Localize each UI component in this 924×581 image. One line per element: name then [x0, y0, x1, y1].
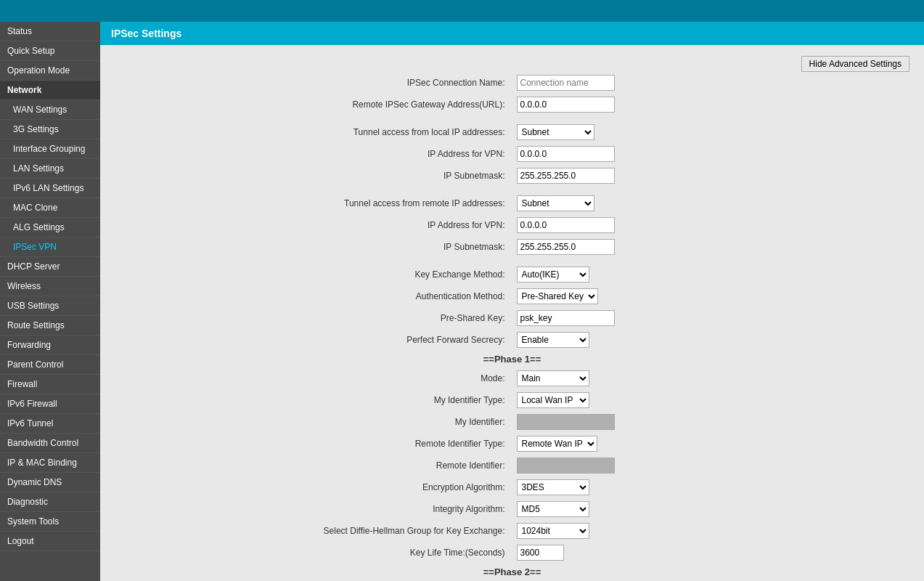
ip-vpn-remote-label: IP Address for VPN:: [115, 214, 512, 236]
sidebar-item-diagnostic[interactable]: Diagnostic: [0, 492, 100, 512]
remote-identifier-input[interactable]: [517, 458, 615, 474]
key-exchange-row: Key Exchange Method: Auto(IKE) Manual: [115, 264, 909, 285]
sidebar-item-alg-settings[interactable]: ALG Settings: [0, 218, 100, 237]
integrity-p1-row: Integrity Algorithm: MD5 SHA1: [115, 498, 909, 520]
sidebar-item-network[interactable]: Network: [0, 81, 100, 100]
sidebar-item-dhcp-server[interactable]: DHCP Server: [0, 257, 100, 277]
page-title: IPSec Settings: [100, 22, 924, 45]
ipsec-form-table: IPSec Connection Name: Remote IPSec Gate…: [115, 72, 909, 581]
ip-subnet-local-row: IP Subnetmask:: [115, 165, 909, 187]
spacer1: [115, 115, 909, 121]
sidebar-item-firewall[interactable]: Firewall: [0, 375, 100, 394]
my-identifier-type-select[interactable]: Local Wan IP IP Address DNS Email: [517, 392, 589, 408]
mode-select[interactable]: Main Aggressive: [517, 370, 589, 386]
sidebar-item-3g-settings[interactable]: 3G Settings: [0, 120, 100, 139]
mode-label: Mode:: [115, 367, 512, 389]
my-identifier-type-label: My Identifier Type:: [115, 389, 512, 411]
key-life-p1-input[interactable]: [517, 545, 564, 561]
encryption-p1-row: Encryption Algorithm: 3DES AES128 AES192…: [115, 476, 909, 498]
remote-gateway-cell: [512, 94, 910, 115]
sidebar-item-ipv6-lan-settings[interactable]: IPv6 LAN Settings: [0, 179, 100, 198]
ip-subnet-remote-input[interactable]: [517, 239, 615, 255]
remote-gateway-label: Remote IPSec Gateway Address(URL):: [115, 94, 512, 115]
pfs-cell: Enable Disable: [512, 329, 910, 351]
ip-vpn-local-cell: [512, 143, 910, 165]
my-identifier-row: My Identifier:: [115, 411, 909, 433]
sidebar-item-usb-settings[interactable]: USB Settings: [0, 296, 100, 316]
connection-name-row: IPSec Connection Name:: [115, 72, 909, 94]
tunnel-local-cell: Subnet Single Address: [512, 121, 910, 143]
phase2-heading: ==Phase 2==: [115, 564, 909, 580]
auth-method-select[interactable]: Pre-Shared Key Certificate: [517, 288, 598, 304]
key-life-p1-cell: [512, 542, 910, 564]
dh-group-p1-label: Select Diffie-Hellman Group for Key Exch…: [115, 520, 512, 542]
sidebar-item-quick-setup[interactable]: Quick Setup: [0, 41, 100, 61]
sidebar-item-forwarding[interactable]: Forwarding: [0, 336, 100, 355]
sidebar-item-mac-clone[interactable]: MAC Clone: [0, 198, 100, 218]
auth-method-cell: Pre-Shared Key Certificate: [512, 285, 910, 307]
integrity-p1-select[interactable]: MD5 SHA1: [517, 501, 589, 517]
remote-gateway-row: Remote IPSec Gateway Address(URL):: [115, 94, 909, 115]
sidebar: StatusQuick SetupOperation ModeNetworkWA…: [0, 22, 100, 581]
auth-method-row: Authentication Method: Pre-Shared Key Ce…: [115, 285, 909, 307]
remote-identifier-type-row: Remote Identifier Type: Remote Wan IP IP…: [115, 433, 909, 455]
preshared-key-input[interactable]: [517, 310, 615, 326]
content-area: IPSec Settings Hide Advanced Settings IP…: [100, 22, 924, 581]
sidebar-item-bandwidth-control[interactable]: Bandwidth Control: [0, 434, 100, 453]
phase1-heading-row: ==Phase 1==: [115, 351, 909, 367]
phase2-heading-row: ==Phase 2==: [115, 564, 909, 580]
remote-identifier-type-select[interactable]: Remote Wan IP IP Address DNS Email: [517, 436, 597, 452]
phase1-heading: ==Phase 1==: [115, 351, 909, 367]
ip-subnet-local-input[interactable]: [517, 168, 615, 184]
my-identifier-label: My Identifier:: [115, 411, 512, 433]
spacer3: [115, 258, 909, 264]
ip-vpn-local-input[interactable]: [517, 146, 615, 162]
tunnel-remote-label: Tunnel access from remote IP addresses:: [115, 192, 512, 214]
sidebar-item-route-settings[interactable]: Route Settings: [0, 316, 100, 336]
ip-subnet-local-cell: [512, 165, 910, 187]
sidebar-item-operation-mode[interactable]: Operation Mode: [0, 61, 100, 81]
encryption-p1-label: Encryption Algorithm:: [115, 476, 512, 498]
connection-name-input[interactable]: [517, 75, 615, 91]
sidebar-item-system-tools[interactable]: System Tools: [0, 512, 100, 532]
sidebar-item-interface-grouping[interactable]: Interface Grouping: [0, 139, 100, 159]
sidebar-item-ipv6-tunnel[interactable]: IPv6 Tunnel: [0, 414, 100, 434]
sidebar-item-parent-control[interactable]: Parent Control: [0, 355, 100, 375]
key-exchange-select[interactable]: Auto(IKE) Manual: [517, 267, 589, 283]
my-identifier-type-cell: Local Wan IP IP Address DNS Email: [512, 389, 910, 411]
dh-group-p1-select[interactable]: 1024bit 768bit 1536bit: [517, 523, 589, 539]
remote-identifier-type-cell: Remote Wan IP IP Address DNS Email: [512, 433, 910, 455]
ip-vpn-remote-row: IP Address for VPN:: [115, 214, 909, 236]
my-identifier-type-row: My Identifier Type: Local Wan IP IP Addr…: [115, 389, 909, 411]
tunnel-remote-select[interactable]: Subnet Single Address: [517, 195, 594, 211]
sidebar-item-wan-settings[interactable]: WAN Settings: [0, 100, 100, 120]
sidebar-item-logout[interactable]: Logout: [0, 532, 100, 551]
hide-advanced-button[interactable]: Hide Advanced Settings: [801, 56, 909, 72]
sidebar-item-ipsec-vpn[interactable]: IPSec VPN: [0, 237, 100, 257]
key-exchange-cell: Auto(IKE) Manual: [512, 264, 910, 285]
key-life-p1-row: Key Life Time:(Seconds): [115, 542, 909, 564]
connection-name-label: IPSec Connection Name:: [115, 72, 512, 94]
sidebar-item-dynamic-dns[interactable]: Dynamic DNS: [0, 473, 100, 492]
ip-subnet-remote-label: IP Subnetmask:: [115, 236, 512, 258]
remote-identifier-label: Remote Identifier:: [115, 455, 512, 476]
pfs-row: Perfect Forward Secrecy: Enable Disable: [115, 329, 909, 351]
sidebar-item-ipv6-firewall[interactable]: IPv6 Firewall: [0, 394, 100, 414]
sidebar-item-wireless[interactable]: Wireless: [0, 277, 100, 296]
mode-cell: Main Aggressive: [512, 367, 910, 389]
encryption-p1-cell: 3DES AES128 AES192 AES256 DES: [512, 476, 910, 498]
sidebar-item-status[interactable]: Status: [0, 22, 100, 41]
preshared-key-cell: [512, 307, 910, 329]
my-identifier-input[interactable]: [517, 414, 615, 430]
tunnel-remote-row: Tunnel access from remote IP addresses: …: [115, 192, 909, 214]
ip-vpn-remote-input[interactable]: [517, 217, 615, 233]
encryption-p1-select[interactable]: 3DES AES128 AES192 AES256 DES: [517, 479, 589, 495]
pfs-select[interactable]: Enable Disable: [517, 332, 589, 348]
remote-identifier-type-label: Remote Identifier Type:: [115, 433, 512, 455]
remote-gateway-input[interactable]: [517, 97, 615, 113]
sidebar-item-ip-mac-binding[interactable]: IP & MAC Binding: [0, 453, 100, 473]
tunnel-local-select[interactable]: Subnet Single Address: [517, 124, 594, 140]
sidebar-item-lan-settings[interactable]: LAN Settings: [0, 159, 100, 179]
ip-vpn-local-label: IP Address for VPN:: [115, 143, 512, 165]
ip-subnet-remote-row: IP Subnetmask:: [115, 236, 909, 258]
